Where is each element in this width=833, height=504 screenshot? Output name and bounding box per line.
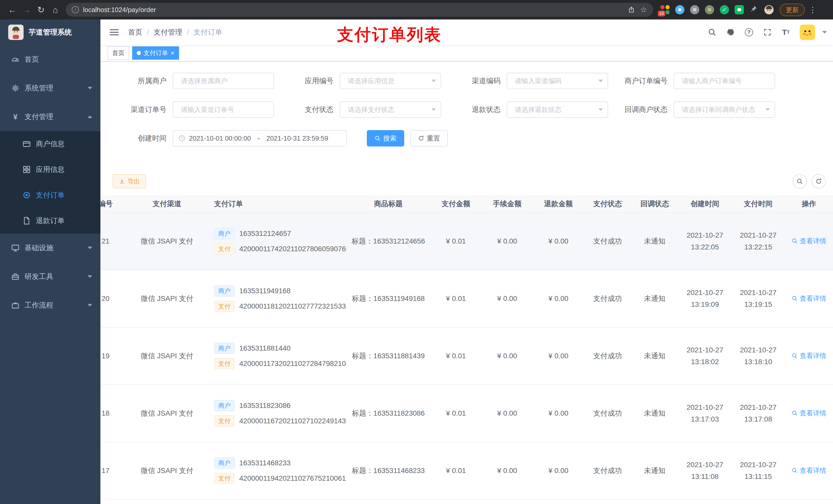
toggle-search-button[interactable] <box>792 174 807 189</box>
bookmark-star-icon[interactable]: ☆ <box>640 6 647 14</box>
col-title[interactable]: 商品标题 <box>346 195 430 213</box>
col-channel[interactable]: 支付渠道 <box>126 195 208 213</box>
user-avatar[interactable] <box>800 25 815 40</box>
sidebar-collapse-icon[interactable] <box>109 27 120 38</box>
cell-notify: 未通知 <box>631 385 678 442</box>
tab-home[interactable]: 首页 <box>108 46 129 60</box>
view-detail-link[interactable]: 查看详情 <box>791 466 826 475</box>
chat-extension-icon[interactable] <box>735 5 744 14</box>
view-detail-link[interactable]: 查看详情 <box>791 237 826 246</box>
url-text[interactable]: localhost:1024/pay/order <box>83 6 624 14</box>
chevron-down-icon <box>431 80 436 82</box>
browser-forward-icon[interactable]: → <box>20 3 34 17</box>
tab-pay-order[interactable]: 支付订单 × <box>132 46 179 60</box>
browser-back-icon[interactable]: ← <box>5 3 20 17</box>
field-label: 渠道订单号 <box>119 105 173 115</box>
breadcrumb-pay-mgmt[interactable]: 支付管理 <box>154 27 182 37</box>
merchant-order-no-input[interactable] <box>674 73 775 89</box>
pay-order-no: 4200001194202110276752100612 <box>239 474 346 482</box>
pin-icon[interactable] <box>749 5 759 14</box>
check-extension-icon[interactable]: ✓ <box>720 5 729 14</box>
callback-status-select[interactable] <box>674 101 775 118</box>
col-status[interactable]: 支付状态 <box>584 195 631 213</box>
col-pay-order[interactable]: 支付订单 <box>208 195 346 213</box>
channel-order-no-input[interactable] <box>173 101 274 118</box>
col-refund[interactable]: 退款金额 <box>533 195 584 213</box>
sidebar-item-pay[interactable]: ¥ 支付管理 <box>0 102 100 131</box>
search-icon[interactable] <box>705 24 720 41</box>
user-menu-caret-icon[interactable] <box>822 31 827 33</box>
font-size-icon[interactable]: TT <box>778 24 793 41</box>
sidebar-item-pay-order[interactable]: 支付订单 <box>0 182 100 208</box>
reset-button[interactable]: 重置 <box>410 130 448 146</box>
table-row[interactable]: 20 微信 JSAPI 支付 商户1635311949168 支付4200001… <box>100 270 833 327</box>
app-logo[interactable]: 芋道管理系统 <box>0 20 100 45</box>
browser-home-icon[interactable]: ⌂ <box>48 3 63 17</box>
blue-extension-icon[interactable] <box>675 5 685 14</box>
refund-status-select[interactable] <box>507 101 608 118</box>
cell-action: 查看详情 <box>785 327 833 385</box>
close-icon[interactable]: × <box>171 50 174 56</box>
browser-menu-icon[interactable]: ⋮ <box>809 5 817 14</box>
col-amount[interactable]: 支付金额 <box>430 195 481 213</box>
sidebar-item-app-info[interactable]: 应用信息 <box>0 157 100 182</box>
browser-update-button[interactable]: 更新 <box>780 4 805 16</box>
cell-channel <box>126 499 208 504</box>
site-info-icon[interactable]: i <box>72 6 79 13</box>
pay-status-select[interactable] <box>340 101 441 118</box>
table-row[interactable]: 18 微信 JSAPI 支付 商户1635311823086 支付4200001… <box>100 385 833 442</box>
top-navbar: 首页 / 支付管理 / 支付订单 支付订单列表 ? TT <box>100 20 833 45</box>
github-icon[interactable] <box>723 24 738 41</box>
sidebar-item-refund-order[interactable]: 退款订单 <box>0 208 100 234</box>
grid-extension-icon[interactable]: 10 <box>660 5 670 14</box>
help-icon[interactable]: ? <box>741 24 757 41</box>
browser-profile-avatar[interactable] <box>764 5 774 14</box>
create-time-range-input[interactable]: 2021-10-01 00:00:00 - 2021-10-31 23:59:5… <box>173 130 347 146</box>
breadcrumb-home[interactable]: 首页 <box>128 27 142 37</box>
owner-merchant-input[interactable] <box>173 73 274 89</box>
col-pay-time[interactable]: 支付时间 <box>732 195 785 213</box>
share-icon[interactable] <box>628 6 635 13</box>
cell-create-time: 2021-10-2713:17:03 <box>678 385 732 442</box>
col-id[interactable]: 编号 <box>100 195 126 213</box>
merchant-order-no: 1635311949168 <box>239 287 290 295</box>
field-label: 支付状态 <box>286 105 340 115</box>
channel-code-select[interactable] <box>507 73 608 89</box>
browser-reload-icon[interactable]: ↻ <box>34 3 48 17</box>
col-fee[interactable]: 手续金额 <box>481 195 533 213</box>
view-detail-link[interactable]: 查看详情 <box>791 409 826 418</box>
cell-channel: 微信 JSAPI 支付 <box>126 327 208 385</box>
col-notify[interactable]: 回调状态 <box>631 195 678 213</box>
cell-order: 商户1635312124657 支付4200001174202110278060… <box>208 213 346 270</box>
orders-table: 编号 支付渠道 支付订单 商品标题 支付金额 手续金额 退款金额 支付状态 回调… <box>100 195 833 504</box>
table-row[interactable]: 商户1635311357936 <box>100 499 833 504</box>
col-create-time[interactable]: 创建时间 <box>678 195 732 213</box>
gray-extension-icon[interactable] <box>690 5 699 14</box>
sidebar-item-infra[interactable]: 基础设施 <box>0 234 100 262</box>
dashboard-icon <box>11 55 20 64</box>
sidebar-item-system[interactable]: 系统管理 <box>0 74 100 102</box>
merchant-tag: 商户 <box>214 343 235 354</box>
cell-fee: ¥ 0.00 <box>481 270 533 327</box>
sidebar-item-workflow[interactable]: 工作流程 <box>0 291 100 320</box>
table-row[interactable]: 19 微信 JSAPI 支付 商户1635311881440 支付4200001… <box>100 327 833 385</box>
address-bar[interactable]: i localhost:1024/pay/order ☆ <box>66 3 653 17</box>
table-row[interactable]: 17 微信 JSAPI 支付 商户1635311468233 支付4200001… <box>100 442 833 499</box>
search-button[interactable]: 搜索 <box>367 130 404 146</box>
app-no-select[interactable] <box>340 73 441 89</box>
table-row[interactable]: 21 微信 JSAPI 支付 商户1635312124657 支付4200001… <box>100 213 833 270</box>
sidebar-item-devtools[interactable]: 研发工具 <box>0 262 100 291</box>
fullscreen-icon[interactable] <box>760 24 775 41</box>
sidebar-item-merchant-info[interactable]: 商户信息 <box>0 131 100 157</box>
dot-circle-icon <box>23 191 31 199</box>
export-button[interactable]: 导出 <box>113 174 146 189</box>
logo-avatar <box>8 25 24 40</box>
sidebar-item-home[interactable]: 首页 <box>0 45 100 74</box>
olive-extension-icon[interactable] <box>705 5 714 14</box>
col-action[interactable]: 操作 <box>785 195 833 213</box>
refresh-table-button[interactable] <box>811 174 826 189</box>
cell-create-time: 2021-10-2713:22:05 <box>678 213 732 270</box>
view-detail-link[interactable]: 查看详情 <box>791 294 826 303</box>
link-label: 查看详情 <box>800 294 826 303</box>
view-detail-link[interactable]: 查看详情 <box>791 351 826 360</box>
